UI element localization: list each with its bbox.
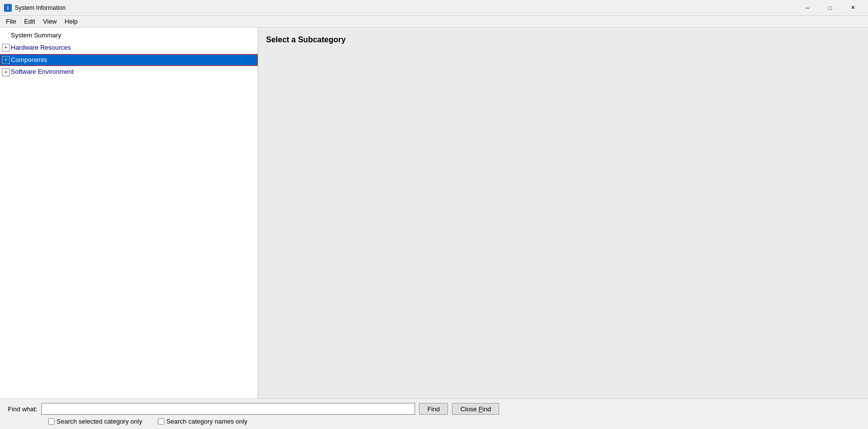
tree-item-software-environment[interactable]: + Software Environment <box>0 66 258 78</box>
checkbox-row: Search selected category only Search cat… <box>8 418 860 425</box>
expand-icon-hardware: + <box>2 44 10 52</box>
close-find-button[interactable]: Close Find <box>452 403 499 415</box>
search-selected-category-checkbox[interactable] <box>48 418 55 425</box>
title-bar: i System Information ─ □ ✕ <box>0 0 868 16</box>
menu-view[interactable]: View <box>39 17 60 26</box>
menu-bar: File Edit View Help <box>0 16 868 28</box>
search-selected-category-label[interactable]: Search selected category only <box>48 418 142 425</box>
svg-text:i: i <box>7 5 8 11</box>
tree-item-components[interactable]: + Components <box>0 54 258 66</box>
tree-item-system-summary[interactable]: System Summary <box>0 30 258 42</box>
find-bar: Find what: Find Close Find Search select… <box>0 398 868 429</box>
hardware-resources-label: Hardware Resources <box>11 43 71 53</box>
main-content: System Summary + Hardware Resources + Co… <box>0 28 868 398</box>
minimize-button[interactable]: ─ <box>796 0 819 16</box>
window-title: System Information <box>15 4 796 11</box>
search-category-names-label[interactable]: Search category names only <box>158 418 247 425</box>
app-icon: i <box>4 4 12 12</box>
maximize-button[interactable]: □ <box>819 0 841 16</box>
content-heading: Select a Subcategory <box>266 35 346 44</box>
software-environment-label: Software Environment <box>11 67 74 77</box>
find-button[interactable]: Find <box>419 403 448 415</box>
components-label: Components <box>11 55 47 65</box>
search-category-names-text: Search category names only <box>166 418 247 425</box>
find-row: Find what: Find Close Find <box>8 403 860 415</box>
search-selected-category-text: Search selected category only <box>57 418 142 425</box>
search-category-names-checkbox[interactable] <box>158 418 164 425</box>
system-summary-label: System Summary <box>11 31 61 41</box>
tree-panel: System Summary + Hardware Resources + Co… <box>0 28 258 398</box>
find-label: Find what: <box>8 405 37 413</box>
content-panel: Select a Subcategory <box>258 28 868 398</box>
menu-help[interactable]: Help <box>60 17 82 26</box>
tree-item-hardware-resources[interactable]: + Hardware Resources <box>0 42 258 54</box>
find-input[interactable] <box>41 403 415 415</box>
expand-icon-components: + <box>2 56 10 64</box>
close-button[interactable]: ✕ <box>841 0 864 16</box>
window-controls: ─ □ ✕ <box>796 0 864 16</box>
menu-edit[interactable]: Edit <box>20 17 39 26</box>
expand-icon-software: + <box>2 68 10 76</box>
menu-file[interactable]: File <box>2 17 20 26</box>
